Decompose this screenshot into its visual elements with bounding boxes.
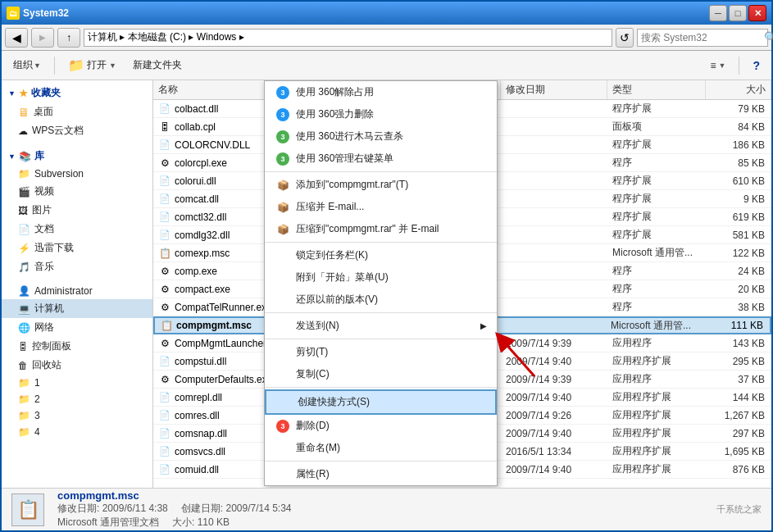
favorites-chevron: ▼ bbox=[8, 89, 16, 98]
status-details: 修改日期: 2009/6/11 4:38 创建日期: 2009/7/14 5:3… bbox=[57, 502, 703, 516]
organize-label: 组织 bbox=[13, 58, 33, 72]
sidebar-item-picture[interactable]: 🖼 图片 bbox=[2, 201, 152, 220]
file-icon: 📄 bbox=[158, 211, 171, 224]
ctx-item-cut[interactable]: 剪切(T) bbox=[265, 341, 497, 363]
sidebar-item-control[interactable]: 🎛 控制面板 bbox=[2, 337, 152, 356]
ctx-item-properties[interactable]: 属性(R) bbox=[265, 463, 497, 485]
video-label: 视频 bbox=[34, 184, 54, 198]
sidebar-item-recycle[interactable]: 🗑 回收站 bbox=[2, 356, 152, 375]
thunder-label: 迅雷下载 bbox=[34, 241, 74, 255]
sidebar-item-f2[interactable]: 📁 2 bbox=[2, 391, 152, 407]
rename-icon bbox=[275, 442, 291, 455]
control-label: 控制面板 bbox=[32, 339, 71, 353]
toolbar-separator-1 bbox=[54, 57, 55, 75]
close-button[interactable]: ✕ bbox=[748, 5, 766, 21]
minimize-button[interactable]: ─ bbox=[709, 5, 727, 21]
sidebar-item-video[interactable]: 🎬 视频 bbox=[2, 182, 152, 201]
maximize-button[interactable]: □ bbox=[729, 5, 747, 21]
ctx-item-rename[interactable]: 重命名(M) bbox=[265, 437, 497, 459]
open-button[interactable]: 📁 打开 ▼ bbox=[63, 55, 121, 75]
star-icon: ★ bbox=[19, 88, 28, 99]
f3-label: 3 bbox=[34, 410, 40, 421]
col-header-type[interactable]: 类型 bbox=[607, 80, 706, 99]
computer-label: 计算机 bbox=[34, 302, 64, 316]
ctx-separator-2 bbox=[265, 242, 497, 243]
library-icon: 📚 bbox=[19, 151, 31, 162]
ctx-item-addrar[interactable]: 📦 添加到"compmgmt.rar"(T) bbox=[265, 174, 497, 196]
back-button[interactable]: ◀ bbox=[5, 28, 28, 48]
col-header-size[interactable]: 大小 bbox=[706, 80, 771, 99]
ctx-item-create-shortcut[interactable]: 创建快捷方式(S) bbox=[265, 389, 497, 415]
view-button[interactable]: ≡ ▼ bbox=[706, 57, 731, 74]
video-icon: 🎬 bbox=[18, 186, 30, 198]
status-file-icon: 📋 bbox=[11, 493, 44, 526]
file-icon: ⚙ bbox=[158, 337, 171, 350]
sidebar-library-header[interactable]: ▼ 📚 库 bbox=[2, 147, 152, 166]
subversion-label: Subversion bbox=[34, 168, 84, 180]
status-details-2: Microsoft 通用管理文档 大小: 110 KB bbox=[57, 516, 703, 530]
library-chevron: ▼ bbox=[8, 152, 16, 161]
new-folder-button[interactable]: 新建文件夹 bbox=[128, 56, 187, 75]
ctx-item-sendto[interactable]: 发送到(N) ▶ bbox=[265, 315, 497, 337]
ctx-item-360-3[interactable]: 3 使用 360进行木马云查杀 bbox=[265, 125, 497, 148]
f2-icon: 📁 bbox=[18, 393, 30, 405]
file-icon: 📄 bbox=[158, 427, 171, 440]
search-icon: 🔍 bbox=[764, 31, 773, 43]
sidebar-item-document[interactable]: 📄 文档 bbox=[2, 220, 152, 239]
zip-icon-1: 📦 bbox=[275, 179, 291, 192]
sidebar-item-desktop[interactable]: 🖥 桌面 bbox=[2, 102, 152, 121]
address-path[interactable]: 计算机 ▸ 本地磁盘 (C:) ▸ Windows ▸ bbox=[84, 29, 612, 47]
sidebar-item-network[interactable]: 🌐 网络 bbox=[2, 318, 152, 337]
ctx-item-pin-taskbar[interactable]: 锁定到任务栏(K) bbox=[265, 244, 497, 266]
ctx-item-delete[interactable]: 3 删除(D) bbox=[265, 415, 497, 437]
title-bar-buttons: ─ □ ✕ bbox=[709, 5, 766, 21]
file-icon: ⚙ bbox=[158, 265, 171, 278]
wps-label: WPS云文档 bbox=[32, 124, 84, 138]
file-icon: 📄 bbox=[158, 193, 171, 206]
content-area: ▼ ★ 收藏夹 🖥 桌面 ☁ WPS云文档 ▼ 📚 库 bbox=[2, 80, 771, 488]
admin-label: Administrator bbox=[34, 285, 93, 297]
address-bar: ◀ ▶ ↑ 计算机 ▸ 本地磁盘 (C:) ▸ Windows ▸ ↺ 🔍 bbox=[2, 25, 771, 51]
ctx-item-compress-email[interactable]: 📦 压缩并 E-mail... bbox=[265, 196, 497, 218]
status-right: 千系统之家 bbox=[716, 503, 762, 516]
sidebar-item-music[interactable]: 🎵 音乐 bbox=[2, 257, 152, 276]
pin-icon bbox=[275, 249, 291, 262]
ctx-item-360-2[interactable]: 3 使用 360强力删除 bbox=[265, 103, 497, 125]
sidebar-item-computer[interactable]: 💻 计算机 bbox=[2, 299, 152, 318]
sendto-icon bbox=[275, 320, 291, 333]
sidebar-item-wps[interactable]: ☁ WPS云文档 bbox=[2, 121, 152, 140]
help-button[interactable]: ? bbox=[748, 57, 765, 75]
ctx-item-pin-start[interactable]: 附到「开始」菜单(U) bbox=[265, 266, 497, 289]
up-button[interactable]: ↑ bbox=[57, 28, 80, 48]
favorites-label: 收藏夹 bbox=[31, 86, 61, 100]
file-icon: 📄 bbox=[158, 175, 171, 188]
path-text: 计算机 ▸ 本地磁盘 (C:) ▸ Windows ▸ bbox=[88, 30, 244, 44]
f1-icon: 📁 bbox=[18, 377, 30, 389]
sidebar-item-f4[interactable]: 📁 4 bbox=[2, 424, 152, 440]
ctx-separator-1 bbox=[265, 171, 497, 172]
status-bar: 📋 compmgmt.msc 修改日期: 2009/6/11 4:38 创建日期… bbox=[2, 488, 771, 530]
ctx-separator-5 bbox=[265, 387, 497, 388]
ctx-item-compress-rar-email[interactable]: 📦 压缩到"compmgmt.rar" 并 E-mail bbox=[265, 218, 497, 240]
refresh-button[interactable]: ↺ bbox=[616, 28, 634, 48]
open-label: 打开 bbox=[87, 58, 107, 72]
sidebar-item-thunder[interactable]: ⚡ 迅雷下载 bbox=[2, 239, 152, 257]
file-icon: 📋 bbox=[158, 247, 171, 260]
sidebar-item-admin[interactable]: 👤 Administrator bbox=[2, 283, 152, 299]
network-icon: 🌐 bbox=[18, 322, 30, 334]
sidebar-item-f1[interactable]: 📁 1 bbox=[2, 375, 152, 391]
ctx-item-360-4[interactable]: 3 使用 360管理右键菜单 bbox=[265, 148, 497, 170]
organize-button[interactable]: 组织 ▼ bbox=[8, 56, 46, 75]
col-header-date[interactable]: 修改日期 bbox=[501, 80, 607, 99]
cut-icon bbox=[275, 346, 291, 359]
ctx-item-copy[interactable]: 复制(C) bbox=[265, 363, 497, 385]
wps-icon: ☁ bbox=[18, 125, 28, 137]
360-icon-3: 3 bbox=[275, 130, 291, 143]
ctx-item-360-1[interactable]: 3 使用 360解除占用 bbox=[265, 81, 497, 103]
sidebar-favorites-header[interactable]: ▼ ★ 收藏夹 bbox=[2, 84, 152, 102]
search-input[interactable] bbox=[641, 32, 764, 43]
ctx-item-restore[interactable]: 还原以前的版本(V) bbox=[265, 289, 497, 311]
sidebar-item-subversion[interactable]: 📁 Subversion bbox=[2, 166, 152, 182]
sidebar-item-f3[interactable]: 📁 3 bbox=[2, 407, 152, 424]
forward-button[interactable]: ▶ bbox=[31, 28, 54, 48]
